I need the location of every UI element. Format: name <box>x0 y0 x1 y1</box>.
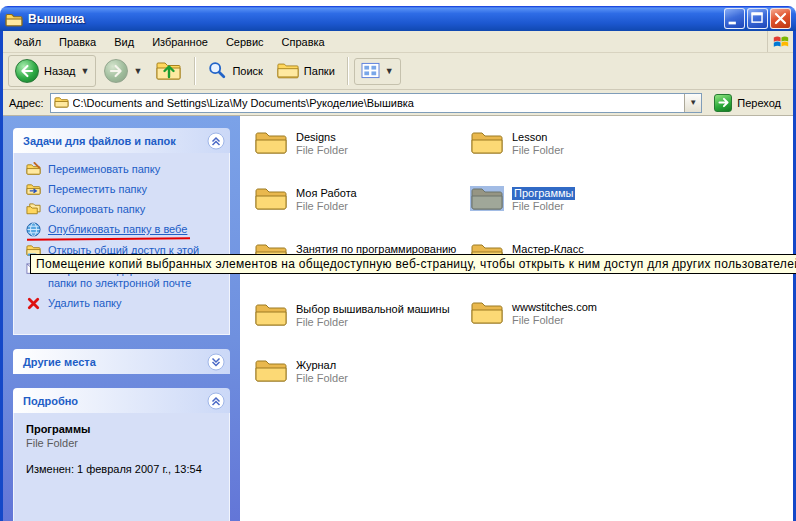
details-panel: Подробно Программы File Folder Изменен: … <box>13 388 230 521</box>
other-places-header[interactable]: Другие места <box>13 349 230 374</box>
rename-folder-icon <box>26 162 41 175</box>
address-input[interactable]: C:\Documents and Settings\Liza\My Docume… <box>50 93 703 113</box>
menu-edit[interactable]: Правка <box>50 33 105 51</box>
file-folder-tasks-panel: Задачи для файлов и папок Переименовать … <box>13 128 230 335</box>
back-label: Назад <box>44 65 76 77</box>
tasks-panel-header[interactable]: Задачи для файлов и папок <box>13 128 230 153</box>
menu-view[interactable]: Вид <box>105 33 143 51</box>
maximize-button[interactable] <box>747 8 768 29</box>
go-arrow-icon <box>714 94 732 112</box>
address-bar: Адрес: C:\Documents and Settings\Liza\My… <box>3 90 793 116</box>
windows-logo-icon <box>767 31 793 52</box>
toolbar: Назад ▼ ▼ <box>3 53 793 90</box>
delete-icon <box>26 296 41 311</box>
task-label: Переместить папку <box>48 183 147 196</box>
annotation-underline <box>27 237 190 241</box>
go-button[interactable]: Переход <box>708 92 787 114</box>
folder-icon <box>470 128 504 156</box>
minimize-icon <box>725 8 744 29</box>
file-item-designs[interactable]: DesignsFile Folder <box>254 128 348 157</box>
minimize-button[interactable] <box>724 8 745 29</box>
task-copy-folder[interactable]: Скопировать папку <box>26 203 223 216</box>
file-item-moya-rabota[interactable]: Моя РаботаFile Folder <box>254 184 357 213</box>
file-name: Журнал <box>296 359 336 372</box>
task-publish-folder-to-web[interactable]: Опубликовать папку в вебе <box>26 223 223 237</box>
task-rename-folder[interactable]: Переименовать папку <box>26 163 223 176</box>
menu-help[interactable]: Справка <box>273 33 334 51</box>
main-area: Задачи для файлов и папок Переименовать … <box>3 116 793 521</box>
up-button[interactable] <box>150 56 188 86</box>
file-item-lesson[interactable]: LessonFile Folder <box>470 128 564 157</box>
toolbar-separator <box>194 57 195 85</box>
menu-bar: Файл Правка Вид Избранное Сервис Справка <box>3 31 793 53</box>
window-title: Вышивка <box>28 12 724 26</box>
task-label: Опубликовать папку в вебе <box>48 223 187 236</box>
up-folder-icon <box>156 59 182 83</box>
folder-icon <box>254 128 288 156</box>
file-name: wwwstitches.com <box>512 301 597 314</box>
window-frame: Файл Правка Вид Избранное Сервис Справка <box>0 31 796 521</box>
file-type: File Folder <box>512 314 597 327</box>
chevron-up-icon[interactable] <box>207 132 225 150</box>
forward-button[interactable]: ▼ <box>98 56 148 86</box>
move-folder-icon <box>26 182 41 195</box>
task-label: Переименовать папку <box>48 163 160 176</box>
file-type: File Folder <box>296 200 357 213</box>
tasks-panel-body: Переименовать папку Переместить папку <box>13 153 230 335</box>
file-type: File Folder <box>512 200 575 213</box>
maximize-icon <box>748 8 767 29</box>
views-button[interactable]: ▼ <box>354 58 401 85</box>
details-folder-type: File Folder <box>26 437 223 449</box>
search-label: Поиск <box>232 65 262 77</box>
file-item-zhurnal[interactable]: ЖурналFile Folder <box>254 356 348 385</box>
other-places-panel: Другие места <box>13 349 230 374</box>
file-name: Designs <box>296 131 336 144</box>
publish-web-icon <box>26 222 41 237</box>
folders-icon <box>277 61 299 82</box>
file-name: Выбор вышивальной машины <box>296 303 450 316</box>
go-label: Переход <box>737 97 781 109</box>
menu-favorites[interactable]: Избранное <box>143 33 217 51</box>
task-move-folder[interactable]: Переместить папку <box>26 183 223 196</box>
address-dropdown-button[interactable]: ▼ <box>684 94 701 112</box>
copy-folder-icon <box>26 202 41 215</box>
task-label: Скопировать папку <box>48 203 145 216</box>
file-type: File Folder <box>512 144 564 157</box>
file-item-programmy[interactable]: ПрограммыFile Folder <box>470 184 575 213</box>
search-icon <box>207 60 227 82</box>
file-type: File Folder <box>296 316 450 329</box>
forward-dropdown-arrow[interactable]: ▼ <box>133 66 142 76</box>
views-dropdown-arrow[interactable]: ▼ <box>385 66 394 76</box>
details-modified-date: Изменен: 1 февраля 2007 г., 13:54 <box>26 463 223 475</box>
details-body: Программы File Folder Изменен: 1 февраля… <box>13 413 230 521</box>
address-folder-icon <box>54 95 69 110</box>
task-label: Удалить папку <box>48 297 122 310</box>
tooltip: Помещение копий выбранных элементов на о… <box>30 254 796 274</box>
back-dropdown-arrow[interactable]: ▼ <box>81 66 90 76</box>
folders-button[interactable]: Папки <box>271 58 341 85</box>
menu-tools[interactable]: Сервис <box>217 33 273 51</box>
chevron-up-icon[interactable] <box>207 392 225 410</box>
search-button[interactable]: Поиск <box>201 57 268 85</box>
file-item-wwwstitches[interactable]: wwwstitches.comFile Folder <box>470 298 597 327</box>
window-controls <box>724 8 791 29</box>
close-button[interactable] <box>770 8 791 29</box>
task-delete-folder[interactable]: Удалить папку <box>26 297 223 311</box>
details-header[interactable]: Подробно <box>13 388 230 413</box>
file-name: Программы <box>512 187 575 200</box>
menu-file[interactable]: Файл <box>5 33 50 51</box>
chevron-down-icon[interactable] <box>207 353 225 371</box>
back-button[interactable]: Назад ▼ <box>8 55 96 87</box>
close-icon <box>771 8 790 29</box>
file-name: Моя Работа <box>296 187 357 200</box>
address-label: Адрес: <box>9 97 44 109</box>
file-item-vybor-mashiny[interactable]: Выбор вышивальной машиныFile Folder <box>254 300 450 329</box>
file-type: File Folder <box>296 144 348 157</box>
details-folder-name: Программы <box>26 423 223 435</box>
toolbar-separator <box>347 57 348 85</box>
folder-icon-selected <box>470 184 504 212</box>
details-title: Подробно <box>23 395 78 407</box>
folder-icon <box>470 298 504 326</box>
folder-icon <box>254 300 288 328</box>
address-path: C:\Documents and Settings\Liza\My Docume… <box>73 97 681 109</box>
